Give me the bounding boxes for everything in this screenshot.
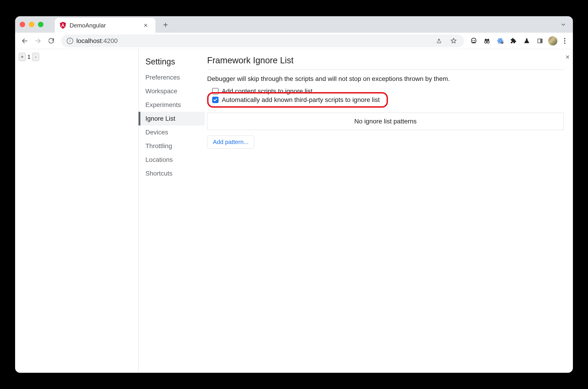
tab-close-button[interactable]: × [142,22,149,29]
maximize-window-button[interactable] [38,22,43,27]
reload-button[interactable] [46,35,57,46]
svg-point-2 [485,41,487,43]
site-info-icon[interactable]: i [67,38,73,44]
extension-skull-icon[interactable] [469,36,479,46]
svg-rect-10 [540,39,542,43]
section-description: Debugger will skip through the scripts a… [207,70,564,86]
increment-button[interactable]: + [19,53,26,61]
tab-title: DemoAngular [69,22,139,29]
new-tab-button[interactable]: + [160,19,171,31]
empty-patterns-text: No ignore list patterns [354,118,417,125]
bookmark-star-icon[interactable] [449,36,458,46]
page-viewport: + 1 - [15,49,138,373]
ignore-patterns-list: No ignore list patterns [207,113,564,130]
tabs-overflow-button[interactable] [560,22,566,27]
browser-tab[interactable]: DemoAngular × [55,18,156,33]
close-settings-button[interactable]: × [565,53,570,61]
sidebar-item-experiments[interactable]: Experiments [138,98,205,112]
panel-toggle-icon[interactable] [535,36,545,46]
extension-react-icon[interactable] [495,36,505,46]
minimize-window-button[interactable] [29,22,34,27]
settings-main: × Framework Ignore List Debugger will sk… [205,49,573,373]
section-title: Framework Ignore List [207,56,564,70]
sidebar-item-ignore-list[interactable]: Ignore List [138,112,205,126]
settings-sidebar: Settings Preferences Workspace Experimen… [138,49,205,373]
sidebar-item-locations[interactable]: Locations [138,153,205,167]
extension-incognito-icon[interactable] [482,36,492,46]
share-icon[interactable] [434,36,444,46]
titlebar: DemoAngular × + [15,16,573,33]
sidebar-item-devices[interactable]: Devices [138,126,205,139]
checkbox-third-party-scripts[interactable]: Automatically add known third-party scri… [210,95,382,105]
url-port: :4200 [102,37,118,44]
forward-button[interactable] [33,35,43,46]
extension-flask-icon[interactable] [522,36,532,46]
devtools-settings: Settings Preferences Workspace Experimen… [138,49,573,373]
checkbox-label: Automatically add known third-party scri… [222,96,380,103]
toolbar: i localhost:4200 [15,33,573,49]
checkbox-checked-icon [212,97,219,103]
add-pattern-button[interactable]: Add pattern... [207,135,254,149]
svg-point-0 [472,40,473,41]
browser-window: DemoAngular × + i localhost:4200 [15,16,573,373]
back-button[interactable] [19,35,30,46]
svg-point-4 [500,40,501,41]
svg-point-3 [487,41,489,43]
close-window-button[interactable] [20,22,25,27]
url-host: localhost [76,37,102,44]
sidebar-item-shortcuts[interactable]: Shortcuts [138,167,205,180]
extensions-puzzle-icon[interactable] [508,36,519,46]
url-text: localhost:4200 [76,37,118,45]
content-area: + 1 - Settings Preferences Workspace Exp… [15,49,573,373]
counter-value: 1 [26,54,32,60]
sidebar-item-preferences[interactable]: Preferences [138,71,205,84]
decrement-button[interactable]: - [32,53,39,61]
profile-avatar[interactable] [548,36,557,45]
url-bar[interactable]: i localhost:4200 [61,34,464,47]
sidebar-item-workspace[interactable]: Workspace [138,84,205,98]
settings-heading: Settings [138,55,205,71]
counter-widget: + 1 - [19,53,135,61]
sidebar-item-throttling[interactable]: Throttling [138,139,205,153]
annotation-highlight: Automatically add known third-party scri… [207,92,388,108]
traffic-lights [20,22,43,27]
svg-point-1 [474,40,475,41]
browser-menu-button[interactable] [560,36,569,45]
angular-icon [60,22,66,29]
